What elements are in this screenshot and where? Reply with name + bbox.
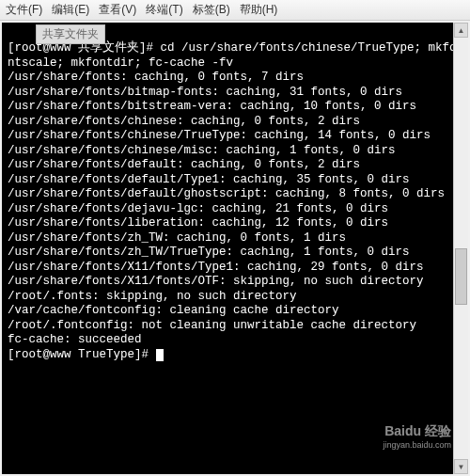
output-line: /usr/share/fonts/X11/fonts/Type1: cachin… bbox=[8, 261, 424, 274]
output-line: /usr/share/fonts: caching, 0 fonts, 7 di… bbox=[8, 71, 304, 84]
output-line: /usr/share/fonts/default/ghostscript: ca… bbox=[8, 187, 445, 200]
scrollbar[interactable]: ▲ ▼ bbox=[453, 23, 468, 474]
output-line: /usr/share/fonts/chinese: caching, 0 fon… bbox=[8, 115, 360, 128]
menu-help[interactable]: 帮助(H) bbox=[240, 2, 278, 18]
menu-tabs[interactable]: 标签(B) bbox=[193, 2, 230, 18]
output-line: /usr/share/fonts/X11/fonts/OTF: skipping… bbox=[8, 275, 424, 288]
output-line: /usr/share/fonts/zh_TW: caching, 0 fonts… bbox=[8, 231, 346, 245]
menubar: 文件(F) 编辑(E) 查看(V) 终端(T) 标签(B) 帮助(H) bbox=[0, 0, 470, 21]
output-line: /usr/share/fonts/chinese/TrueType: cachi… bbox=[8, 129, 431, 142]
output-line: /usr/share/fonts/default/Type1: caching,… bbox=[8, 173, 410, 186]
output-line: /usr/share/fonts/chinese/misc: caching, … bbox=[8, 144, 396, 157]
menu-view[interactable]: 查看(V) bbox=[99, 2, 136, 18]
output-line: /usr/share/fonts/default: caching, 0 fon… bbox=[8, 158, 360, 171]
menu-terminal[interactable]: 终端(T) bbox=[146, 2, 182, 18]
output-line: fc-cache: succeeded bbox=[8, 333, 142, 346]
scroll-up-icon[interactable]: ▲ bbox=[454, 23, 468, 38]
output-line: /root/.fontconfig: not cleaning unwritab… bbox=[8, 319, 416, 332]
scroll-track[interactable] bbox=[454, 38, 468, 459]
output-line: /usr/share/fonts/liberation: caching, 12… bbox=[8, 216, 388, 230]
output-line: /usr/share/fonts/bitstream-vera: caching… bbox=[8, 100, 416, 113]
menu-edit[interactable]: 编辑(E) bbox=[52, 2, 89, 18]
tab-label: 共享文件夹 bbox=[36, 24, 105, 44]
output-line: /root/.fonts: skipping, no such director… bbox=[8, 290, 297, 303]
prompt-2: [root@www TrueType]# bbox=[8, 348, 156, 361]
menu-file[interactable]: 文件(F) bbox=[6, 2, 42, 18]
cursor bbox=[156, 349, 164, 361]
output-line: /usr/share/fonts/dejavu-lgc: caching, 21… bbox=[8, 202, 388, 215]
output-line: /usr/share/fonts/zh_TW/TrueType: caching… bbox=[8, 246, 410, 259]
output-line: /var/cache/fontconfig: cleaning cache di… bbox=[8, 304, 339, 317]
scroll-down-icon[interactable]: ▼ bbox=[454, 459, 468, 474]
scroll-thumb[interactable] bbox=[455, 248, 467, 305]
output-line: /usr/share/fonts/bitmap-fonts: caching, … bbox=[8, 86, 402, 99]
terminal-output[interactable]: [root@www 共享文件夹]# cd /usr/share/fonts/ch… bbox=[2, 23, 468, 474]
